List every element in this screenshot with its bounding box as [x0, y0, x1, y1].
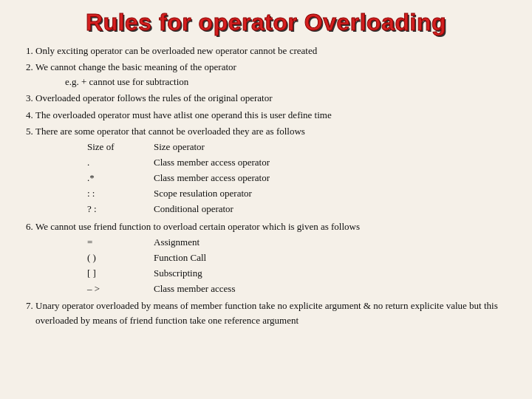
rule-5-table: Size of Size operator . Class member acc…: [65, 139, 292, 218]
op-col: Size of: [87, 140, 132, 154]
rule-2-text: We cannot change the basic meaning of th…: [35, 61, 236, 72]
rule-4-text: The overloaded operator must have atlist…: [35, 109, 332, 120]
page-title: Rules for operator Overloading: [21, 9, 511, 36]
rule-2-sub: e.g. + cannot use for subtraction: [65, 76, 188, 87]
table-row: Size of Size operator: [87, 140, 270, 154]
list-item: There are some operator that cannot be o…: [35, 124, 511, 218]
list-item: Only exciting operator can be overloaded…: [35, 44, 511, 58]
desc-col: Scope resulation operator: [154, 186, 270, 201]
rules-list: Only exciting operator can be overloaded…: [21, 44, 511, 329]
op-col: ( ): [87, 250, 132, 265]
list-item: Overloaded operator follows the rules of…: [35, 91, 511, 106]
rule-3-text: Overloaded operator follows the rules of…: [35, 92, 273, 103]
desc-col: Conditional operator: [154, 202, 270, 216]
list-item: We cannot change the basic meaning of th…: [35, 60, 511, 89]
op-col: [ ]: [87, 266, 132, 281]
desc-col: Class member access: [154, 282, 235, 296]
rule-1-text: Only exciting operator can be overloaded…: [35, 45, 317, 56]
rule-6-text: We cannot use friend function to overloa…: [35, 221, 360, 232]
rule-5-text: There are some operator that cannot be o…: [35, 126, 305, 137]
list-item: Unary operator overloaded by means of me…: [35, 299, 511, 328]
desc-col: Size operator: [154, 140, 270, 154]
rule-6-table: = Assignment ( ) Function Call [ ] Subsc…: [65, 234, 257, 298]
desc-col: Class member access operator: [154, 155, 270, 170]
table-row: .* Class member access operator: [87, 171, 270, 185]
table-row: . Class member access operator: [87, 155, 270, 170]
table-row: ( ) Function Call: [87, 250, 235, 265]
desc-col: Subscripting: [154, 266, 235, 281]
op-col: – >: [87, 282, 132, 296]
table-row: [ ] Subscripting: [87, 266, 235, 281]
table-row: – > Class member access: [87, 282, 235, 296]
rule-7-text: Unary operator overloaded by means of me…: [35, 300, 498, 326]
op-col: ? :: [87, 202, 132, 216]
table-row: ? : Conditional operator: [87, 202, 270, 216]
desc-col: Assignment: [154, 235, 235, 250]
table-row: : : Scope resulation operator: [87, 186, 270, 201]
op-col: : :: [87, 186, 132, 201]
desc-col: Class member access operator: [154, 171, 270, 185]
content-area: Only exciting operator can be overloaded…: [21, 44, 511, 329]
list-item: We cannot use friend function to overloa…: [35, 219, 511, 298]
op-col: .*: [87, 171, 132, 185]
table-row: = Assignment: [87, 235, 235, 250]
op-col: =: [87, 235, 132, 250]
op-col: .: [87, 155, 132, 170]
list-item: The overloaded operator must have atlist…: [35, 108, 511, 123]
page-container: Rules for operator Overloading Only exci…: [0, 0, 532, 399]
desc-col: Function Call: [154, 250, 235, 265]
